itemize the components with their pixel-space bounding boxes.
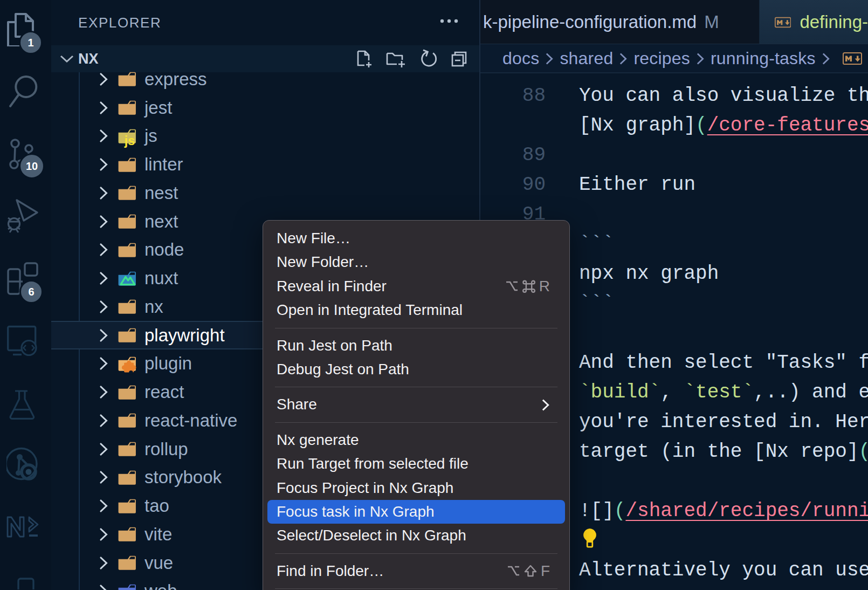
svg-text:js: js — [124, 134, 135, 148]
